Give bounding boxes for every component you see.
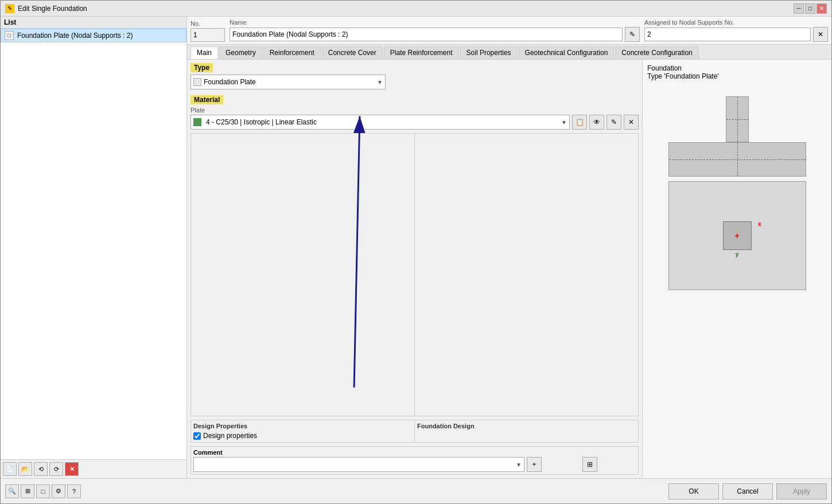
assigned-field-group: Assigned to Nodal Supports No. ✕ <box>644 19 828 42</box>
name-label: Name <box>230 19 640 26</box>
design-section: Design Properties Design properties Foun… <box>190 420 639 443</box>
minimize-button[interactable]: ─ <box>794 3 804 14</box>
settings-tool-button[interactable]: ⚙ <box>52 485 65 498</box>
assigned-input[interactable] <box>644 28 811 41</box>
plate-label: Plate <box>190 107 639 114</box>
bottom-bar: 🔍 ⊞ □ ⚙ ? OK Cancel Apply <box>1 478 831 503</box>
plate-browse-button[interactable]: 📋 <box>572 115 587 130</box>
preview-subtitle-text: Type 'Foundation Plate' <box>647 72 827 80</box>
list-panel: List □ Foundation Plate (Nodal Supports … <box>1 17 187 478</box>
bottom-left-tools: 🔍 ⊞ □ ⚙ ? <box>5 485 81 498</box>
axis-x-label: x <box>758 221 761 227</box>
main-panel: No. Name ✎ Assigned to Nodal Supports No… <box>187 17 831 478</box>
list-item-label: Foundation Plate (Nodal Supports : 2) <box>17 32 133 40</box>
tab-concrete-cover[interactable]: Concrete Cover <box>322 46 383 59</box>
split-content-boxes <box>190 133 639 416</box>
name-input[interactable] <box>230 28 623 41</box>
design-properties-row: Design properties <box>193 432 412 440</box>
main-content: Type Foundation Plate ▼ Material Plat <box>187 60 642 478</box>
design-right: Foundation Design <box>415 420 638 442</box>
plate-color-swatch <box>193 118 201 126</box>
tab-plate-reinforcement[interactable]: Plate Reinforcement <box>384 46 459 59</box>
maximize-button[interactable]: □ <box>805 3 815 14</box>
material-label: Material <box>190 95 223 104</box>
tab-geometry[interactable]: Geometry <box>219 46 262 59</box>
plate-dropdown-icon: ▼ <box>561 119 567 126</box>
comment-extra-button[interactable]: ⊞ <box>582 457 597 472</box>
design-properties-checkbox[interactable] <box>193 432 201 440</box>
design-left: Design Properties Design properties <box>191 420 415 442</box>
type-value: Foundation Plate <box>204 78 375 86</box>
assigned-edit-button[interactable]: ✕ <box>813 27 828 42</box>
split-right-box <box>415 134 638 416</box>
comment-add-button[interactable]: + <box>527 457 542 472</box>
table-tool-button[interactable]: ⊞ <box>21 485 34 498</box>
found-plate-side <box>668 142 806 177</box>
design-properties-header: Design Properties <box>193 423 412 429</box>
design-properties-label: Design properties <box>203 432 257 440</box>
name-field-group: Name ✎ <box>230 19 640 42</box>
no-label: No. <box>190 20 225 27</box>
help-tool-button[interactable]: ? <box>67 485 81 498</box>
found-column <box>726 96 749 142</box>
split-left-box <box>191 134 415 416</box>
right-preview-panel: Foundation Type 'Foundation Plate' <box>642 60 831 478</box>
list-header: List <box>1 17 186 29</box>
open-button[interactable]: 📂 <box>18 462 32 476</box>
delete-button[interactable]: ✕ <box>65 462 79 476</box>
new-button[interactable]: 📄 <box>3 462 17 476</box>
found-inner-rect: x y + <box>723 221 752 250</box>
no-input[interactable] <box>190 28 225 42</box>
tab-reinforcement[interactable]: Reinforcement <box>263 46 321 59</box>
foundation-design-header: Foundation Design <box>417 423 636 429</box>
ok-button[interactable]: OK <box>668 483 719 499</box>
material-section: Material Plate 4 - C25/30 | Isotropic | … <box>190 95 639 130</box>
comment-label: Comment <box>193 449 636 456</box>
axis-y-label: y <box>736 251 739 257</box>
type-dropdown-icon: ▼ <box>377 79 383 85</box>
bottom-action-buttons: OK Cancel Apply <box>668 483 827 499</box>
no-field-group: No. <box>190 20 225 42</box>
view-tool-button[interactable]: □ <box>36 485 50 498</box>
tab-geotechnical-config[interactable]: Geotechnical Configuration <box>519 46 615 59</box>
preview-diagram: x y + <box>647 85 827 474</box>
edit-name-button[interactable]: ✎ <box>625 27 640 42</box>
type-label: Type <box>190 63 213 72</box>
type-section: Type Foundation Plate ▼ <box>190 63 639 89</box>
apply-button[interactable]: Apply <box>776 483 827 499</box>
preview-title-text: Foundation <box>647 64 827 72</box>
plate-edit-button[interactable]: ✎ <box>606 115 621 130</box>
tab-main[interactable]: Main <box>190 46 218 59</box>
title-bar: ✎ Edit Single Foundation ─ □ ✕ <box>1 1 831 17</box>
left-toolbar: 📄 📂 ⟲ ⟳ ✕ <box>1 459 186 478</box>
window-icon: ✎ <box>5 4 14 13</box>
tab-soil-properties[interactable]: Soil Properties <box>460 46 518 59</box>
form-top: No. Name ✎ Assigned to Nodal Supports No… <box>187 17 831 45</box>
list-item-icon: □ <box>5 31 14 40</box>
plate-delete-button[interactable]: ✕ <box>624 115 639 130</box>
found-top-view: x y + <box>668 181 806 290</box>
close-button[interactable]: ✕ <box>817 3 827 14</box>
plate-value: 4 - C25/30 | Isotropic | Linear Elastic <box>206 118 559 126</box>
tool3-button[interactable]: ⟲ <box>34 462 48 476</box>
tabs-row: Main Geometry Reinforcement Concrete Cov… <box>187 45 831 60</box>
assigned-label: Assigned to Nodal Supports No. <box>644 19 828 26</box>
tab-concrete-config[interactable]: Concrete Configuration <box>615 46 698 59</box>
tool4-button[interactable]: ⟳ <box>49 462 63 476</box>
list-item[interactable]: □ Foundation Plate (Nodal Supports : 2) <box>1 29 186 42</box>
preview-title: Foundation Type 'Foundation Plate' <box>647 64 827 85</box>
comment-extra: ⊞ <box>544 457 636 472</box>
comment-section: Comment ▼ + ⊞ <box>190 446 639 475</box>
plate-view-button[interactable]: 👁 <box>589 115 604 130</box>
list-content: □ Foundation Plate (Nodal Supports : 2) <box>1 29 186 459</box>
cancel-button[interactable]: Cancel <box>722 483 773 499</box>
search-tool-button[interactable]: 🔍 <box>5 485 19 498</box>
window-title: Edit Single Foundation <box>18 5 87 13</box>
